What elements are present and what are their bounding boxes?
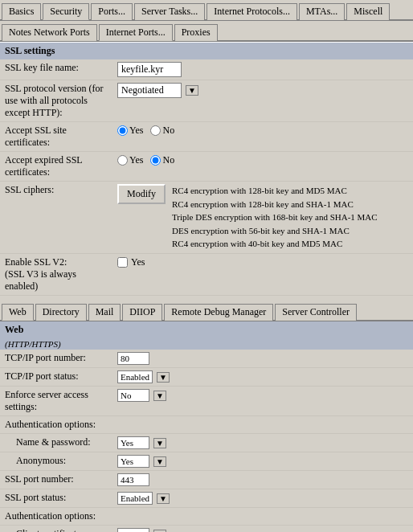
tcp-port-status-dropdown[interactable]: ▼ xyxy=(157,372,170,383)
ssl-settings-heading: SSL settings xyxy=(0,42,413,59)
anonymous-value: Yes ▼ xyxy=(112,452,413,470)
tcp-port-status-label: TCP/IP port status: xyxy=(0,367,112,386)
accept-ssl-no-radio[interactable] xyxy=(150,125,161,136)
ssl-port-number-row: SSL port number: 443 xyxy=(0,470,413,489)
ssl-key-file-row: SSL key file name: keyfile.kyr xyxy=(0,59,413,80)
name-password-row: Name & password: Yes ▼ xyxy=(0,433,413,452)
client-cert-value: No ▼ xyxy=(112,525,413,532)
tab-ports[interactable]: Ports... xyxy=(91,3,133,20)
accept-expired-label: Accept expired SSL certificates: xyxy=(0,152,112,182)
cipher-item-3: Triple DES encryption with 168-bit key a… xyxy=(172,211,378,224)
tab-proxies[interactable]: Proxies xyxy=(174,24,218,41)
tab-basics[interactable]: Basics xyxy=(2,3,41,20)
anonymous-input[interactable]: Yes xyxy=(117,455,149,468)
tab-notes-network-ports[interactable]: Notes Network Ports xyxy=(2,24,97,41)
ssl-ciphers-row: SSL ciphers: Modify RC4 encryption with … xyxy=(0,182,413,254)
ssl-protocol-input[interactable]: Negotiated xyxy=(117,83,182,98)
accept-ssl-certs-value: Yes No xyxy=(112,122,413,152)
bottom-tab-bar: Web Directory Mail DIIOP Remote Debug Ma… xyxy=(0,301,413,321)
enforce-access-row: Enforce server access settings: No ▼ xyxy=(0,386,413,415)
cipher-item-4: DES encryption with 56-bit key and SHA-1… xyxy=(172,224,378,238)
tcp-port-number-label: TCP/IP port number: xyxy=(0,350,112,368)
auth-options-header2-row: Authentication options: xyxy=(0,507,413,525)
ssl-port-status-label: SSL port status: xyxy=(0,489,112,507)
expired-no-label[interactable]: No xyxy=(150,154,174,166)
ssl-protocol-label: SSL protocol version (for use with all p… xyxy=(0,80,112,122)
ssl-key-file-input[interactable]: keyfile.kyr xyxy=(117,62,182,77)
enable-ssl-v2-checkbox-label[interactable]: Yes xyxy=(117,256,145,268)
tab-internet-ports[interactable]: Internet Ports... xyxy=(99,24,173,41)
ssl-port-number-value: 443 xyxy=(112,470,413,489)
expired-yes-radio[interactable] xyxy=(117,155,128,166)
tcp-port-number-input[interactable]: 80 xyxy=(117,352,149,365)
accept-ssl-yes-radio[interactable] xyxy=(117,125,128,136)
client-cert-dropdown[interactable]: ▼ xyxy=(153,530,166,533)
expired-yes-label[interactable]: Yes xyxy=(117,154,143,166)
cipher-item-2: RC4 encryption with 128-bit key and SHA-… xyxy=(172,198,378,211)
tab-server-tasks[interactable]: Server Tasks... xyxy=(134,3,205,20)
ssl-port-number-input[interactable]: 443 xyxy=(117,473,149,486)
tab-server-controller[interactable]: Server Controller xyxy=(275,304,357,321)
client-cert-label: Client certificate xyxy=(0,525,112,532)
ssl-key-file-value: keyfile.kyr xyxy=(112,59,413,80)
ssl-port-status-input[interactable]: Enabled xyxy=(117,492,153,505)
name-password-label: Name & password: xyxy=(0,433,112,452)
tab-remote-debug[interactable]: Remote Debug Manager xyxy=(164,304,273,321)
tab-security[interactable]: Security xyxy=(43,3,89,20)
web-section-subheading: (HTTP/HTTPS) xyxy=(0,338,413,350)
tab-internet-protocols[interactable]: Internet Protocols... xyxy=(206,3,297,20)
name-password-dropdown[interactable]: ▼ xyxy=(153,438,166,448)
auth-options-header-row: Authentication options: xyxy=(0,415,413,433)
top-tab-bar: Basics Security Ports... Server Tasks...… xyxy=(0,0,413,21)
enforce-access-input[interactable]: No xyxy=(117,389,149,402)
accept-ssl-yes-label[interactable]: Yes xyxy=(117,125,143,137)
tcp-port-status-value: Enabled ▼ xyxy=(112,367,413,386)
tab-mtas[interactable]: MTAs... xyxy=(299,3,345,20)
client-cert-row: Client certificate No ▼ xyxy=(0,525,413,532)
web-section: Web (HTTP/HTTPS) TCP/IP port number: 80 … xyxy=(0,321,413,533)
ssl-protocol-dropdown[interactable]: ▼ xyxy=(186,85,198,96)
ssl-protocol-row: SSL protocol version (for use with all p… xyxy=(0,80,413,122)
accept-ssl-certs-row: Accept SSL site certificates: Yes No xyxy=(0,122,413,152)
tab-diiop[interactable]: DIIOP xyxy=(122,304,162,321)
anonymous-dropdown[interactable]: ▼ xyxy=(153,456,166,467)
enforce-access-dropdown[interactable]: ▼ xyxy=(153,391,166,401)
enable-ssl-v2-value: Yes xyxy=(112,253,413,295)
tcp-port-status-input[interactable]: Enabled xyxy=(117,370,153,383)
ssl-port-number-label: SSL port number: xyxy=(0,470,112,489)
accept-expired-row: Accept expired SSL certificates: Yes No xyxy=(0,152,413,182)
tab-mail[interactable]: Mail xyxy=(88,304,121,321)
tcp-port-number-value: 80 xyxy=(112,350,413,368)
web-settings-table: TCP/IP port number: 80 TCP/IP port statu… xyxy=(0,350,413,533)
expired-no-radio[interactable] xyxy=(150,155,161,166)
web-section-heading: Web xyxy=(0,321,413,338)
accept-expired-value: Yes No xyxy=(112,152,413,182)
ssl-port-status-dropdown[interactable]: ▼ xyxy=(157,493,170,504)
name-password-value: Yes ▼ xyxy=(112,433,413,452)
cipher-list: RC4 encryption with 128-bit key and MD5 … xyxy=(172,184,378,251)
cipher-item-1: RC4 encryption with 128-bit key and MD5 … xyxy=(172,184,378,198)
modify-button[interactable]: Modify xyxy=(117,184,166,204)
tab-directory[interactable]: Directory xyxy=(35,304,87,321)
tab-web[interactable]: Web xyxy=(2,304,34,321)
ssl-ciphers-label: SSL ciphers: xyxy=(0,182,112,254)
enable-ssl-v2-row: Enable SSL V2: (SSL V3 is always enabled… xyxy=(0,253,413,295)
anonymous-row: Anonymous: Yes ▼ xyxy=(0,452,413,470)
name-password-input[interactable]: Yes xyxy=(117,436,149,449)
ssl-protocol-value: Negotiated ▼ xyxy=(112,80,413,122)
enable-ssl-v2-checkbox[interactable] xyxy=(117,257,128,268)
client-cert-input[interactable]: No xyxy=(117,528,149,533)
sub-tab-bar: Notes Network Ports Internet Ports... Pr… xyxy=(0,21,413,42)
tab-miscell[interactable]: Miscell xyxy=(346,3,390,20)
cipher-item-5: RC4 encryption with 40-bit key and MD5 M… xyxy=(172,237,378,251)
ssl-ciphers-value: Modify RC4 encryption with 128-bit key a… xyxy=(112,182,413,254)
enforce-access-label: Enforce server access settings: xyxy=(0,386,112,415)
ssl-settings-table: SSL key file name: keyfile.kyr SSL proto… xyxy=(0,59,413,296)
accept-ssl-no-label[interactable]: No xyxy=(150,125,174,137)
enable-ssl-v2-label: Enable SSL V2: (SSL V3 is always enabled… xyxy=(0,253,112,295)
anonymous-label: Anonymous: xyxy=(0,452,112,470)
ssl-settings-section: SSL settings SSL key file name: keyfile.… xyxy=(0,42,413,296)
tcp-port-status-row: TCP/IP port status: Enabled ▼ xyxy=(0,367,413,386)
auth-options-header: Authentication options: xyxy=(0,415,413,433)
accept-ssl-certs-label: Accept SSL site certificates: xyxy=(0,122,112,152)
